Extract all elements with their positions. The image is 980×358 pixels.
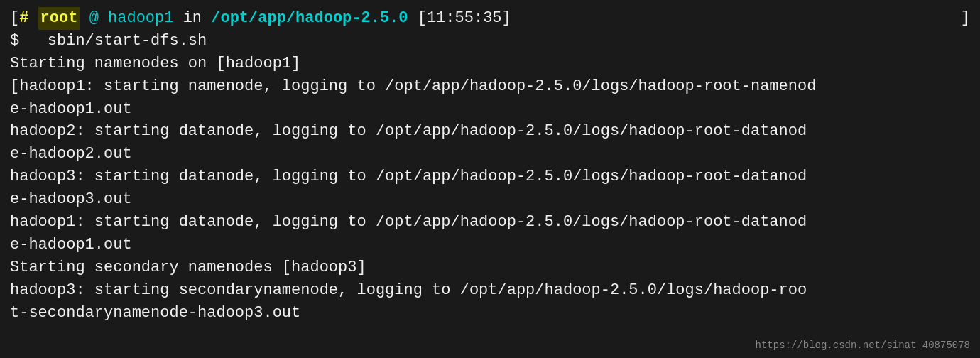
output-line-4: e-hadoop2.out xyxy=(10,143,970,166)
terminal-window: [ # root @ hadoop1 in /opt/app/hadoop-2.… xyxy=(0,0,980,358)
output-line-11: t-secondarynamenode-hadoop3.out xyxy=(10,302,970,325)
username: root xyxy=(38,7,80,30)
space6 xyxy=(408,7,418,30)
command-text: sbin/start-dfs.sh xyxy=(48,32,207,50)
space5 xyxy=(202,7,211,30)
watermark: https://blog.csdn.net/sinat_40875078 xyxy=(756,338,970,352)
space2 xyxy=(80,7,89,30)
output-line-5: hadoop3: starting datanode, logging to /… xyxy=(10,166,970,188)
space3 xyxy=(99,7,108,30)
space1 xyxy=(28,7,38,30)
prompt-line: [ # root @ hadoop1 in /opt/app/hadoop-2.… xyxy=(10,7,970,30)
hostname: hadoop1 xyxy=(108,7,173,30)
right-bracket: ] xyxy=(961,7,970,30)
output-line-1: [hadoop1: starting namenode, logging to … xyxy=(10,75,970,98)
output-line-6: e-hadoop3.out xyxy=(10,188,970,211)
hash-symbol: # xyxy=(19,7,28,30)
output-line-10: hadoop3: starting secondarynamenode, log… xyxy=(10,279,970,302)
space4 xyxy=(173,7,183,30)
output-line-7: hadoop1: starting datanode, logging to /… xyxy=(10,211,970,234)
in-word: in xyxy=(183,7,202,30)
output-line-9: Starting secondary namenodes [hadoop3] xyxy=(10,256,970,279)
output-line-2: e-hadoop1.out xyxy=(10,98,970,121)
output-line-3: hadoop2: starting datanode, logging to /… xyxy=(10,120,970,143)
time: [11:55:35] xyxy=(418,7,511,30)
dollar-sign: $ xyxy=(10,32,19,50)
output-line-0: Starting namenodes on [hadoop1] xyxy=(10,53,970,75)
path: /opt/app/hadoop-2.5.0 xyxy=(211,7,408,30)
at-symbol: @ xyxy=(89,7,99,30)
output-line-8: e-hadoop1.out xyxy=(10,234,970,256)
command-line: $ sbin/start-dfs.sh xyxy=(10,30,970,53)
open-bracket: [ xyxy=(10,7,19,30)
